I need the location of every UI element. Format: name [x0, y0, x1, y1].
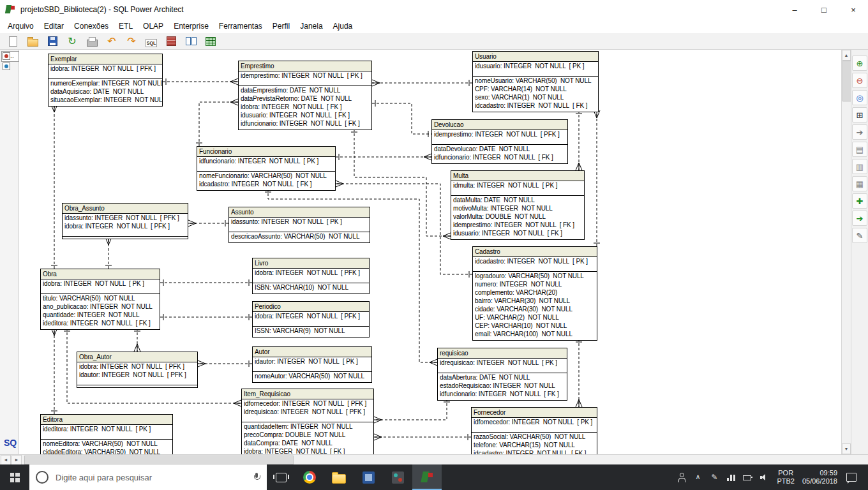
column-row[interactable]: CPF: VARCHAR(14) NOT NULL	[473, 85, 598, 93]
microphone-icon[interactable]	[253, 472, 260, 482]
column-row[interactable]: email: VARCHAR(100) NOT NULL	[473, 330, 597, 338]
column-row[interactable]: ideditora: INTEGER NOT NULL [ FK ]	[41, 319, 160, 327]
taskbar-search[interactable]	[29, 464, 267, 490]
entity-funcionario[interactable]: Funcionarioidfuncionario: INTEGER NOT NU…	[197, 146, 336, 191]
minimize-button[interactable]: –	[780, 0, 809, 19]
redo-button[interactable]	[124, 34, 139, 48]
volume-icon[interactable]	[760, 472, 770, 482]
menu-item-janela[interactable]: Janela	[295, 20, 327, 33]
zoom-out-button[interactable]	[852, 73, 867, 88]
column-row[interactable]: ideditora: INTEGER NOT NULL [ PK ]	[41, 425, 172, 433]
close-button[interactable]: ×	[839, 0, 868, 19]
column-row[interactable]: idrequisicao: INTEGER NOT NULL [ PK ]	[438, 359, 567, 367]
taskbar-app-app-blue[interactable]	[354, 464, 383, 490]
column-row[interactable]: valorMulta: DOUBLE NOT NULL	[451, 212, 584, 221]
edit-button[interactable]	[852, 228, 867, 243]
column-row[interactable]: motivoMulta: INTEGER NOT NULL	[451, 204, 584, 212]
entity-multa[interactable]: Multaidmulta: INTEGER NOT NULL [ PK ]dat…	[451, 170, 585, 240]
column-row[interactable]: CEP: VARCHAR(10) NOT NULL	[473, 322, 597, 330]
column-row[interactable]: nomeAutor: VARCHAR(50) NOT NULL	[253, 372, 371, 380]
menu-item-perfil[interactable]: Perfil	[267, 20, 295, 33]
column-row[interactable]: bairro: VARCHAR(30) NOT NULL	[473, 297, 597, 305]
diagram-canvas[interactable]: Exemplaridobra: INTEGER NOT NULL [ PFK ]…	[20, 50, 841, 454]
menu-item-conexes[interactable]: Conexões	[69, 20, 114, 33]
column-row[interactable]: idobra: INTEGER NOT NULL [ PFK ]	[63, 222, 188, 230]
open-project-button[interactable]	[25, 34, 40, 48]
column-row[interactable]: idusuario: INTEGER NOT NULL [ FK ]	[451, 229, 584, 237]
entity-usuario[interactable]: Usuarioidusuario: INTEGER NOT NULL [ PK …	[472, 51, 599, 112]
column-row[interactable]: nomeFuncionario: VARCHAR(50) NOT NULL	[197, 172, 335, 180]
column-row[interactable]: ISBN: VARCHAR(10) NOT NULL	[253, 283, 369, 292]
zoom-fit-button[interactable]	[852, 107, 867, 122]
column-row[interactable]: nomeEditora: VARCHAR(50) NOT NULL	[41, 440, 172, 448]
new-relationship-button[interactable]	[852, 211, 867, 226]
column-row[interactable]: dataPrevistaRetorno: DATE NOT NULL	[239, 94, 371, 103]
column-row[interactable]: idcadastro: INTEGER NOT NULL [ FK ]	[197, 180, 335, 188]
column-row[interactable]: idobra: INTEGER NOT NULL [ PFK ]	[77, 362, 197, 371]
horizontal-scrollbar-thumb[interactable]	[24, 456, 294, 464]
column-row[interactable]: idobra: INTEGER NOT NULL [ PK ]	[41, 279, 160, 288]
scroll-up-arrow[interactable]: ▲	[842, 50, 851, 61]
entity-periodico[interactable]: Periodicoidobra: INTEGER NOT NULL [ PFK …	[252, 301, 370, 338]
column-row[interactable]: dataMulta: DATE NOT NULL	[451, 196, 584, 204]
refresh-button[interactable]	[64, 34, 80, 48]
entity-item_requisicao[interactable]: Item_Requisicaoidfornecedor: INTEGER NOT…	[241, 389, 374, 454]
column-row[interactable]: idemprestimo: INTEGER NOT NULL [ PK ]	[239, 71, 371, 80]
entity-exemplar[interactable]: Exemplaridobra: INTEGER NOT NULL [ PFK ]…	[48, 54, 163, 107]
scroll-right-arrow[interactable]: ►	[11, 455, 22, 465]
entity-assunto[interactable]: Assuntoidassunto: INTEGER NOT NULL [ PK …	[228, 207, 370, 243]
column-row[interactable]: cidade: VARCHAR(30) NOT NULL	[473, 305, 597, 313]
column-row[interactable]: estadoRequisicao: INTEGER NOT NULL	[438, 382, 567, 390]
entity-fornecedor[interactable]: Fornecedoridfornecedor: INTEGER NOT NULL…	[471, 407, 597, 454]
people-icon[interactable]	[677, 472, 687, 482]
column-row[interactable]: idfuncionario: INTEGER NOT NULL [ PK ]	[197, 157, 335, 165]
action-center-icon[interactable]	[846, 473, 857, 482]
taskbar-app-chrome[interactable]	[295, 464, 324, 490]
entity-requisicao[interactable]: requisicaoidrequisicao: INTEGER NOT NULL…	[437, 348, 567, 401]
menu-item-olap[interactable]: OLAP	[138, 20, 168, 33]
entity-obra_autor[interactable]: Obra_Autoridobra: INTEGER NOT NULL [ PFK…	[77, 352, 198, 388]
column-row[interactable]: complemento: VARCHAR(20)	[473, 288, 597, 297]
network-icon[interactable]	[726, 472, 737, 482]
entity-autor[interactable]: Autoridautor: INTEGER NOT NULL [ PK ]nom…	[252, 346, 372, 383]
column-row[interactable]: ano_publicacao: INTEGER NOT NULL	[41, 302, 160, 311]
entity-cadastro[interactable]: Cadastroidcadastro: INTEGER NOT NULL [ P…	[472, 246, 597, 341]
column-row[interactable]: titulo: VARCHAR(50) NOT NULL	[41, 294, 160, 302]
taskbar-app-power-architect[interactable]	[412, 464, 442, 490]
entity-obra_assunto[interactable]: Obra_Assuntoidassunto: INTEGER NOT NULL …	[62, 203, 188, 239]
column-row[interactable]: telefone: VARCHAR(15) NOT NULL	[472, 441, 597, 449]
print-button[interactable]	[84, 34, 100, 48]
taskbar-app-file-explorer[interactable]	[324, 464, 354, 490]
scroll-left-arrow[interactable]: ◄	[1, 455, 11, 465]
pages-button[interactable]	[852, 159, 867, 174]
generate-ddl-button[interactable]	[163, 34, 179, 48]
column-row[interactable]: ISSN: VARCHAR(9) NOT NULL	[253, 327, 369, 335]
column-row[interactable]: idobra: INTEGER NOT NULL [ PFK ]	[253, 269, 369, 277]
column-row[interactable]: idassunto: INTEGER NOT NULL [ PFK ]	[63, 214, 188, 222]
vertical-scrollbar-thumb[interactable]	[842, 61, 851, 101]
compare-models-button[interactable]	[183, 34, 198, 48]
profile-tables-button[interactable]	[203, 34, 218, 48]
entity-obra[interactable]: Obraidobra: INTEGER NOT NULL [ PK ]titul…	[40, 269, 160, 330]
column-row[interactable]: dataEmprestimo: DATE NOT NULL	[239, 86, 371, 94]
menu-item-etl[interactable]: ETL	[114, 20, 138, 33]
new-project-button[interactable]	[5, 34, 20, 48]
column-row[interactable]: quantidadeItem: INTEGER NOT NULL	[242, 422, 373, 431]
column-row[interactable]: idemprestimo: INTEGER NOT NULL [ PFK ]	[432, 130, 567, 138]
notes-button[interactable]	[852, 142, 867, 157]
zoom-normal-button[interactable]	[852, 90, 867, 105]
column-row[interactable]: idfuncionario: INTEGER NOT NULL [ FK ]	[432, 153, 567, 161]
save-project-button[interactable]	[45, 34, 60, 48]
entity-emprestimo[interactable]: Emprestimoidemprestimo: INTEGER NOT NULL…	[238, 61, 372, 130]
column-row[interactable]: descricaoAssunto: VARCHAR(50) NOT NULL	[229, 232, 370, 241]
column-row[interactable]: cidadeEditora: VARCHAR(50) NOT NULL	[41, 448, 172, 454]
column-row[interactable]: idobra: INTEGER NOT NULL [ PFK ]	[49, 64, 162, 73]
task-view-button[interactable]	[267, 464, 295, 490]
column-row[interactable]: razaoSocial: VARCHAR(50) NOT NULL	[472, 433, 597, 441]
column-row[interactable]: idautor: INTEGER NOT NULL [ PFK ]	[77, 371, 197, 379]
column-row[interactable]: idcadastro: INTEGER NOT NULL [ PK ]	[473, 257, 597, 265]
column-row[interactable]: dataCompra: DATE NOT NULL	[242, 439, 373, 447]
menu-item-ajuda[interactable]: Ajuda	[328, 20, 358, 33]
column-row[interactable]: logradouro: VARCHAR(50) NOT NULL	[473, 272, 597, 280]
column-row[interactable]: idfornecedor: INTEGER NOT NULL [ PK ]	[472, 418, 597, 426]
